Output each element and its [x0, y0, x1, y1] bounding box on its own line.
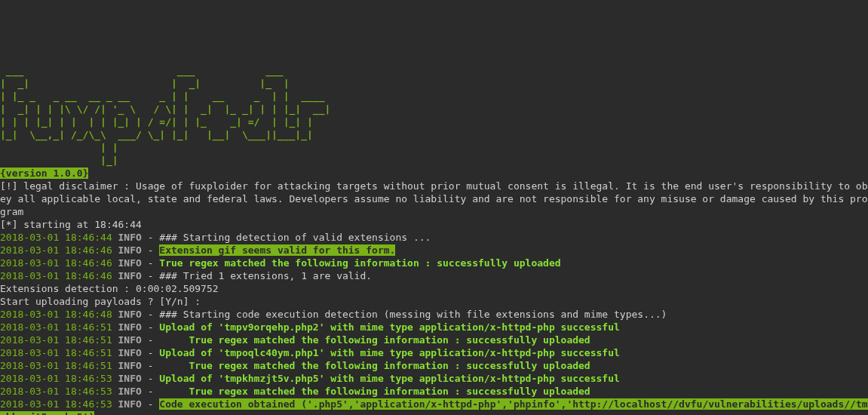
log-line: 2018-03-01 18:46:53 INFO - Code executio… — [0, 398, 868, 415]
log-line: 2018-03-01 18:46:48 INFO - ### Starting … — [0, 308, 868, 321]
terminal-line: Start uploading payloads ? [Y/n] : — [0, 295, 868, 308]
terminal-line: Extensions detection : 0:00:02.509752 — [0, 282, 868, 295]
terminal-line: {version 1.0.0} — [0, 167, 868, 180]
legal-disclaimer: [!] legal disclaimer : Usage of fuxploid… — [0, 180, 868, 218]
log-line: 2018-03-01 18:46:53 INFO - True regex ma… — [0, 385, 868, 398]
ascii-banner: ___ ___ ___ | _| | _| |_ | | |_ _ _ __ _… — [0, 64, 868, 167]
log-line: 2018-03-01 18:46:51 INFO - Upload of 'tm… — [0, 321, 868, 334]
log-line: 2018-03-01 18:46:51 INFO - True regex ma… — [0, 359, 868, 372]
log-line: 2018-03-01 18:46:51 INFO - Upload of 'tm… — [0, 346, 868, 359]
log-line: 2018-03-01 18:46:46 INFO - Extension gif… — [0, 244, 868, 257]
terminal-line: [*] starting at 18:46:44 — [0, 218, 868, 231]
terminal-output: ___ ___ ___ | _| | _| |_ | | |_ _ _ __ _… — [0, 64, 868, 415]
log-line: 2018-03-01 18:46:44 INFO - ### Starting … — [0, 231, 868, 244]
log-line: 2018-03-01 18:46:53 INFO - Upload of 'tm… — [0, 372, 868, 385]
log-line: 2018-03-01 18:46:46 INFO - True regex ma… — [0, 257, 868, 269]
log-line: 2018-03-01 18:46:46 INFO - ### Tried 1 e… — [0, 269, 868, 282]
log-line: 2018-03-01 18:46:51 INFO - True regex ma… — [0, 334, 868, 346]
